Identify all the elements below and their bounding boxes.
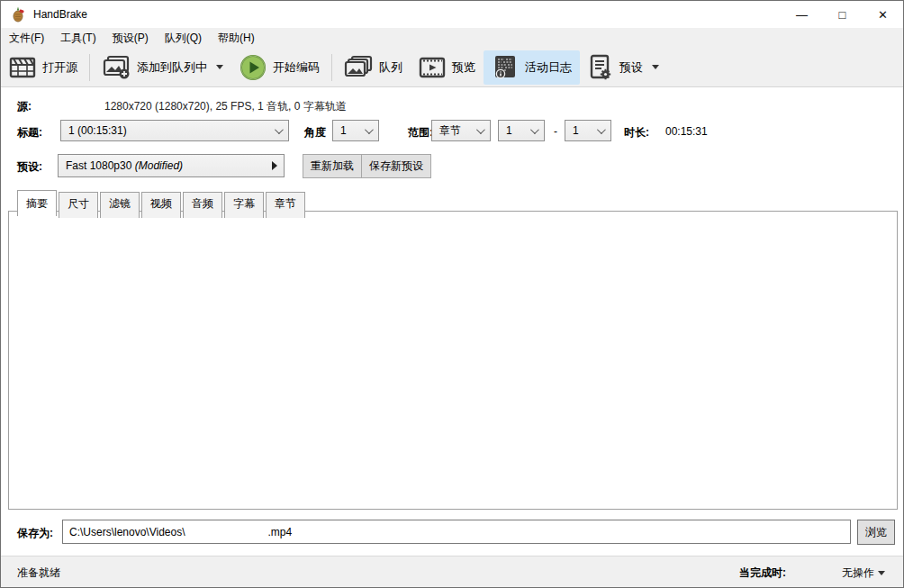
handbrake-window: HandBrake — □ ✕ 文件(F) 工具(T) 预设(P) 队列(Q) … xyxy=(0,0,904,588)
status-bar: 准备就绪 当完成时: 无操作 xyxy=(1,556,903,587)
queue-label: 队列 xyxy=(379,59,402,76)
range-type-select[interactable]: 章节 xyxy=(431,120,491,141)
title-select[interactable]: 1 (00:15:31) xyxy=(60,120,289,141)
menu-presets[interactable]: 预设(P) xyxy=(104,28,157,49)
preset-modified-flag: (Modified) xyxy=(135,159,183,172)
chevron-down-icon xyxy=(365,125,374,134)
presets-button[interactable]: 预设 xyxy=(580,50,667,85)
activity-log-button[interactable]: 活动日志 xyxy=(484,50,580,85)
browse-button[interactable]: 浏览 xyxy=(857,520,895,545)
window-title: HandBrake xyxy=(33,8,87,21)
tab-6[interactable]: 章节 xyxy=(266,192,305,218)
toolbar: 打开源 添加到队列中 xyxy=(1,48,903,87)
chevron-down-icon xyxy=(597,125,606,134)
tab-5[interactable]: 字幕 xyxy=(224,192,264,218)
add-to-queue-label: 添加到队列中 xyxy=(137,59,207,76)
preset-select[interactable]: Fast 1080p30 (Modified) xyxy=(58,154,285,177)
chevron-down-icon xyxy=(530,125,539,134)
preview-button[interactable]: 预览 xyxy=(411,50,484,85)
play-circle-icon xyxy=(240,54,267,81)
open-source-button[interactable]: 打开源 xyxy=(1,50,86,85)
close-button[interactable]: ✕ xyxy=(863,1,903,28)
presets-label: 预设 xyxy=(619,59,643,76)
chevron-down-icon xyxy=(476,125,485,134)
menu-file[interactable]: 文件(F) xyxy=(1,28,52,49)
preview-label: 预览 xyxy=(452,59,475,76)
when-done-select[interactable]: 无操作 xyxy=(842,565,885,581)
clapperboard-icon xyxy=(9,55,36,80)
toolbar-separator xyxy=(89,54,90,81)
menu-help[interactable]: 帮助(H) xyxy=(210,28,263,49)
chevron-down-icon xyxy=(275,125,284,134)
handbrake-logo-icon xyxy=(10,6,26,23)
title-label: 标题: xyxy=(17,125,42,140)
duration-label: 时长: xyxy=(624,125,649,140)
angle-label: 角度 xyxy=(304,125,326,140)
source-info: 1280x720 (1280x720), 25 FPS, 1 音轨, 0 字幕轨… xyxy=(104,99,347,114)
activity-log-icon xyxy=(492,54,519,81)
save-new-preset-button[interactable]: 保存新预设 xyxy=(361,154,431,178)
range-to-select[interactable]: 1 xyxy=(565,120,611,141)
tab-4[interactable]: 音频 xyxy=(183,192,222,218)
add-to-queue-caret-icon xyxy=(216,65,223,69)
queue-icon xyxy=(344,55,373,80)
preset-label: 预设: xyxy=(17,159,42,175)
add-to-queue-icon xyxy=(102,55,131,80)
range-dash: - xyxy=(554,125,557,138)
reload-preset-button[interactable]: 重新加载 xyxy=(303,154,362,178)
tab-3[interactable]: 视频 xyxy=(141,192,181,218)
queue-button[interactable]: 队列 xyxy=(336,50,411,85)
range-from-select[interactable]: 1 xyxy=(498,120,545,141)
duration-value: 00:15:31 xyxy=(665,125,708,138)
destination-path-input[interactable]: C:\Users\lenovo\Videos\ .mp4 xyxy=(62,520,851,544)
presets-doc-gear-icon xyxy=(588,54,613,81)
title-bar: HandBrake — □ ✕ xyxy=(1,1,903,28)
flyout-arrow-icon xyxy=(272,161,277,170)
status-text: 准备就绪 xyxy=(17,565,60,581)
when-done-label: 当完成时: xyxy=(739,565,786,581)
activity-log-label: 活动日志 xyxy=(525,59,572,76)
preview-film-icon xyxy=(419,55,446,80)
menu-bar: 文件(F) 工具(T) 预设(P) 队列(Q) 帮助(H) xyxy=(1,28,903,48)
open-source-label: 打开源 xyxy=(42,59,77,76)
tab-bar: 摘要 尺寸 滤镜 视频 音频 字幕 章节 xyxy=(17,190,307,216)
start-encode-label: 开始编码 xyxy=(273,59,320,76)
destination-extension: .mp4 xyxy=(268,526,293,538)
source-label: 源: xyxy=(17,99,32,114)
save-as-label: 保存为: xyxy=(17,526,53,541)
angle-select[interactable]: 1 xyxy=(332,120,379,141)
maximize-button[interactable]: □ xyxy=(822,1,863,28)
menu-tools[interactable]: 工具(T) xyxy=(52,28,104,49)
tab-0[interactable]: 摘要 xyxy=(17,190,57,216)
menu-queue[interactable]: 队列(Q) xyxy=(157,28,210,49)
presets-caret-icon xyxy=(652,65,659,69)
tab-2[interactable]: 滤镜 xyxy=(100,192,140,218)
start-encode-button[interactable]: 开始编码 xyxy=(231,50,328,85)
destination-path: C:\Users\lenovo\Videos\ xyxy=(69,526,185,538)
toolbar-separator xyxy=(331,54,332,81)
add-to-queue-button[interactable]: 添加到队列中 xyxy=(94,50,231,85)
summary-panel xyxy=(8,211,898,510)
minimize-button[interactable]: — xyxy=(782,1,822,28)
tab-1[interactable]: 尺寸 xyxy=(59,192,98,218)
chevron-down-icon xyxy=(878,571,885,575)
range-label: 范围: xyxy=(408,125,433,140)
